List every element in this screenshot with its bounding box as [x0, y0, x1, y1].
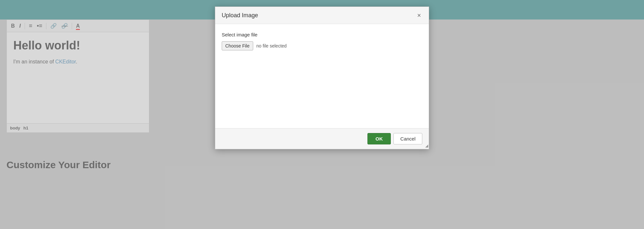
upload-image-modal: Upload Image × Select image file Choose … — [215, 7, 429, 149]
cancel-button[interactable]: Cancel — [393, 133, 422, 144]
file-input-row: Choose File no file selected — [222, 41, 422, 50]
modal-footer: OK Cancel — [215, 128, 429, 149]
ok-button[interactable]: OK — [367, 133, 391, 144]
resize-handle[interactable]: ◢ — [423, 143, 428, 148]
modal-header: Upload Image × — [215, 7, 429, 24]
modal-overlay: Upload Image × Select image file Choose … — [0, 0, 644, 229]
choose-file-button[interactable]: Choose File — [222, 41, 253, 50]
no-file-selected-text: no file selected — [256, 43, 287, 48]
modal-body: Select image file Choose File no file se… — [215, 24, 429, 128]
modal-title: Upload Image — [222, 12, 258, 19]
select-image-label: Select image file — [222, 32, 422, 37]
modal-close-button[interactable]: × — [416, 11, 422, 19]
